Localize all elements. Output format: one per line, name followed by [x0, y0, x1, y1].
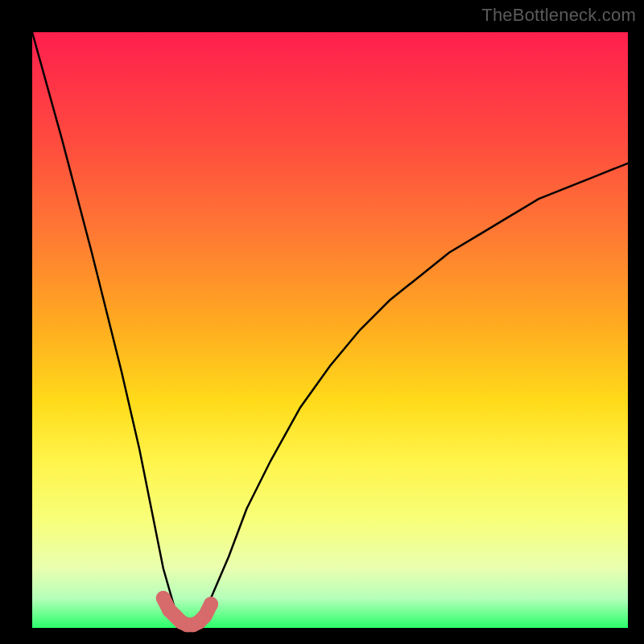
highlight-dots [156, 591, 218, 632]
chart-frame: TheBottleneck.com [0, 0, 644, 644]
watermark-text: TheBottleneck.com [481, 5, 636, 26]
highlight-dot [204, 597, 218, 611]
chart-svg [32, 32, 628, 628]
bottleneck-curve [32, 32, 628, 628]
